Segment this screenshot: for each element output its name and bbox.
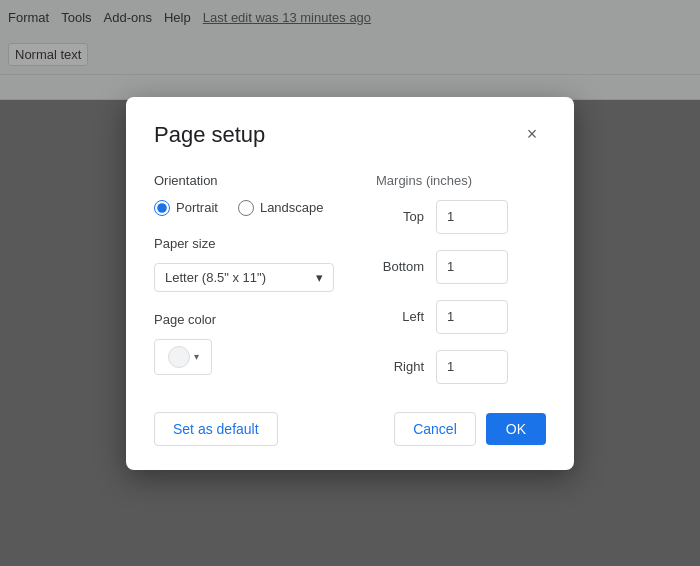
page-setup-dialog: Page setup × Orientation Portrait Landsc… (126, 97, 574, 470)
landscape-label: Landscape (260, 200, 324, 215)
page-color-label: Page color (154, 312, 344, 327)
portrait-option[interactable]: Portrait (154, 200, 218, 216)
margins-label: Margins (inches) (376, 173, 546, 188)
right-margin-input[interactable] (436, 350, 508, 384)
color-picker-button[interactable]: ▾ (154, 339, 212, 375)
left-margin-input[interactable] (436, 300, 508, 334)
top-margin-row: Top (376, 200, 546, 234)
close-button[interactable]: × (518, 121, 546, 149)
left-column: Orientation Portrait Landscape Paper siz… (154, 173, 344, 384)
right-margin-row: Right (376, 350, 546, 384)
dialog-body: Orientation Portrait Landscape Paper siz… (154, 173, 546, 384)
color-picker-arrow-icon: ▾ (194, 351, 199, 362)
landscape-option[interactable]: Landscape (238, 200, 324, 216)
dialog-title: Page setup (154, 122, 265, 148)
set-as-default-button[interactable]: Set as default (154, 412, 278, 446)
dialog-header: Page setup × (154, 121, 546, 149)
page-color-section: Page color ▾ (154, 312, 344, 375)
bottom-margin-row: Bottom (376, 250, 546, 284)
paper-size-dropdown[interactable]: Letter (8.5" x 11") ▾ (154, 263, 334, 292)
left-margin-row: Left (376, 300, 546, 334)
paper-size-section: Paper size Letter (8.5" x 11") ▾ (154, 236, 344, 292)
dialog-footer: Set as default Cancel OK (154, 412, 546, 446)
orientation-row: Portrait Landscape (154, 200, 344, 216)
paper-size-label: Paper size (154, 236, 344, 251)
paper-size-arrow-icon: ▾ (316, 270, 323, 285)
bottom-margin-input[interactable] (436, 250, 508, 284)
top-margin-input[interactable] (436, 200, 508, 234)
portrait-radio[interactable] (154, 200, 170, 216)
right-column: Margins (inches) Top Bottom Left Right (376, 173, 546, 384)
bottom-margin-label: Bottom (376, 259, 424, 274)
paper-size-value: Letter (8.5" x 11") (165, 270, 266, 285)
ok-button[interactable]: OK (486, 413, 546, 445)
landscape-radio[interactable] (238, 200, 254, 216)
left-margin-label: Left (376, 309, 424, 324)
orientation-label: Orientation (154, 173, 344, 188)
color-swatch (168, 346, 190, 368)
portrait-label: Portrait (176, 200, 218, 215)
cancel-button[interactable]: Cancel (394, 412, 476, 446)
right-margin-label: Right (376, 359, 424, 374)
top-margin-label: Top (376, 209, 424, 224)
